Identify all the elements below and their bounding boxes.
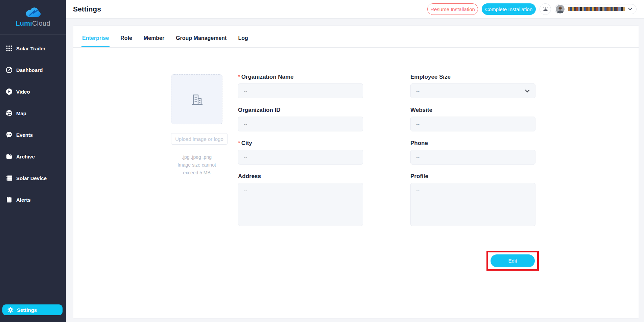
required-marker: * xyxy=(238,140,240,146)
chevron-down-icon xyxy=(525,90,530,93)
upload-hint-size-2: exceed 5 MB xyxy=(159,169,234,177)
field-website: Website xyxy=(410,107,535,131)
sidebar-item-settings-active[interactable]: Settings xyxy=(2,304,63,315)
sidebar-item-label: Solar Device xyxy=(16,175,47,181)
content: Enterprise Role Member Group Management … xyxy=(66,19,644,322)
annotation-highlight-box: Edit xyxy=(486,251,539,271)
employee-size-value: -- xyxy=(416,88,420,94)
tab-role[interactable]: Role xyxy=(120,35,133,47)
resume-installation-button[interactable]: Resume Installation xyxy=(427,3,478,15)
complete-installation-button[interactable]: Complete Installation xyxy=(482,3,536,15)
upload-image-button[interactable]: Upload image or logo xyxy=(171,133,228,145)
field-city: *City xyxy=(238,140,363,165)
gauge-icon xyxy=(6,67,13,73)
website-input[interactable] xyxy=(410,117,535,131)
sidebar-item-label: Video xyxy=(16,89,30,95)
organization-id-label: Organization ID xyxy=(238,107,363,114)
upload-hint-formats: .jpg .jpeg .png xyxy=(159,153,234,161)
field-organization-id: Organization ID xyxy=(238,107,363,131)
main-area: Settings Resume Installation Complete In… xyxy=(66,0,644,322)
app-name: LumiCloud xyxy=(16,20,50,27)
folder-icon xyxy=(6,153,13,160)
sidebar-item-label: Dashboard xyxy=(16,67,43,73)
required-marker: * xyxy=(238,74,240,80)
sidebar-nav: Solar Trailer Dashboard Video Map xyxy=(0,35,66,210)
topbar-actions: Resume Installation Complete Installatio… xyxy=(427,3,637,15)
tab-log[interactable]: Log xyxy=(237,35,248,47)
sidebar-item-label: Map xyxy=(16,110,26,116)
field-organization-name: *Organization Name xyxy=(238,74,363,98)
city-input[interactable] xyxy=(238,150,363,165)
tab-enterprise[interactable]: Enterprise xyxy=(81,35,110,47)
profile-label: Profile xyxy=(410,173,535,180)
city-label: *City xyxy=(238,140,363,147)
chevron-down-icon xyxy=(628,8,632,10)
gear-icon xyxy=(7,307,14,313)
globe-icon xyxy=(6,110,13,117)
edit-button[interactable]: Edit xyxy=(491,254,535,267)
play-icon xyxy=(6,88,13,95)
sidebar-item-dashboard[interactable]: Dashboard xyxy=(0,59,66,81)
form-column-left: *Organization Name Organization ID *City… xyxy=(238,74,363,236)
sidebar-item-alerts[interactable]: Alerts xyxy=(0,189,66,210)
sidebar-item-solar-trailer[interactable]: Solar Trailer xyxy=(0,38,66,59)
tab-group-management[interactable]: Group Management xyxy=(175,35,227,47)
sidebar-item-map[interactable]: Map xyxy=(0,102,66,124)
alarm-button[interactable] xyxy=(540,3,551,15)
topbar: Settings Resume Installation Complete In… xyxy=(66,0,644,19)
phone-input[interactable] xyxy=(410,150,535,165)
website-label: Website xyxy=(410,107,535,114)
cloud-logo-icon xyxy=(24,7,42,19)
sidebar-item-label: Solar Trailer xyxy=(16,46,46,51)
app-logo: LumiCloud xyxy=(0,0,66,35)
tab-bar: Enterprise Role Member Group Management … xyxy=(73,26,639,48)
profile-textarea[interactable] xyxy=(410,183,535,226)
upload-hint-size-1: Image size cannot xyxy=(159,161,234,169)
chat-icon xyxy=(6,131,13,138)
address-label: Address xyxy=(238,173,363,180)
organization-id-input[interactable] xyxy=(238,117,363,131)
user-name-redacted xyxy=(568,7,625,11)
grid-icon xyxy=(6,45,13,52)
building-icon xyxy=(189,92,204,107)
sidebar-item-label: Events xyxy=(16,132,33,138)
address-textarea[interactable] xyxy=(238,183,363,226)
phone-label: Phone xyxy=(410,140,535,147)
sidebar: LumiCloud Solar Trailer Dashboard Video xyxy=(0,0,66,322)
alarm-icon xyxy=(542,6,549,13)
employee-size-label: Employee Size xyxy=(410,74,535,80)
sidebar-item-video[interactable]: Video xyxy=(0,81,66,102)
field-profile: Profile xyxy=(410,173,535,227)
field-address: Address xyxy=(238,173,363,227)
sidebar-item-events[interactable]: Events xyxy=(0,124,66,146)
logo-upload-dropzone[interactable] xyxy=(171,74,222,124)
sidebar-item-label: Archive xyxy=(16,154,35,159)
page-title: Settings xyxy=(73,5,101,13)
field-employee-size: Employee Size -- xyxy=(410,74,535,98)
field-phone: Phone xyxy=(410,140,535,165)
sidebar-item-label: Alerts xyxy=(16,197,31,203)
server-icon xyxy=(6,175,13,181)
organization-name-label: *Organization Name xyxy=(238,74,363,80)
tab-member[interactable]: Member xyxy=(143,35,165,47)
avatar xyxy=(556,5,565,14)
sidebar-item-label: Settings xyxy=(17,307,37,313)
upload-hints: .jpg .jpeg .png Image size cannot exceed… xyxy=(159,153,234,177)
clipboard-icon xyxy=(6,196,13,203)
form-column-right: Employee Size -- Website Phone xyxy=(410,74,535,236)
organization-name-input[interactable] xyxy=(238,83,363,98)
settings-card: Enterprise Role Member Group Management … xyxy=(73,25,639,319)
employee-size-select[interactable]: -- xyxy=(410,83,535,98)
user-menu[interactable] xyxy=(555,4,637,14)
sidebar-item-solar-device[interactable]: Solar Device xyxy=(0,167,66,189)
sidebar-item-archive[interactable]: Archive xyxy=(0,146,66,167)
